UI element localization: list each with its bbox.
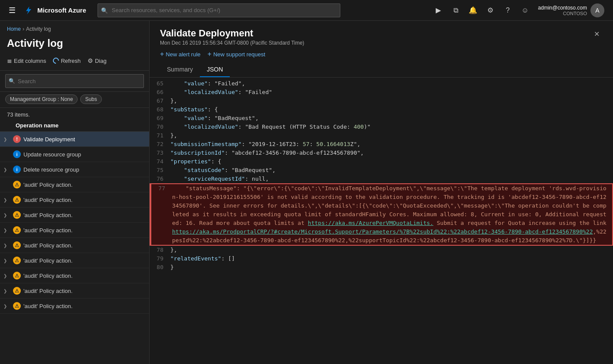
panel-title: Validate Deployment [160, 28, 304, 39]
line-code: "properties": { [170, 157, 613, 166]
sidebar-search-container: 🔍 [0, 71, 149, 92]
detail-panel: Validate Deployment Mon Dec 16 2019 15:5… [150, 21, 613, 364]
line-code: "localizedValue": "Bad Request (HTTP Sta… [170, 123, 613, 131]
user-tenant-label: CONTOSO [563, 11, 587, 16]
chevron-icon: ❯ [3, 258, 10, 263]
activity-list: ❯ ! Validate Deployment i Update resourc… [0, 132, 149, 364]
list-item[interactable]: ❯ ⚠ 'audit' Policy action. [0, 253, 149, 268]
json-viewer[interactable]: 65 "value": "Failed",66 "localizedValue"… [150, 78, 613, 364]
global-search: 🔍 [98, 3, 340, 17]
json-link[interactable]: https://aka.ms/AzurePerVMQuotaLimits. [308, 220, 434, 226]
notifications-button[interactable]: 🔔 [465, 3, 481, 18]
plus-icon: + [160, 50, 164, 58]
breadcrumb-current: Activity log [26, 26, 51, 32]
portal-feedback-button[interactable]: ⧉ [448, 3, 463, 18]
json-code-line: 74"properties": { [150, 157, 613, 166]
line-number: 72 [150, 140, 170, 149]
line-number: 70 [150, 123, 170, 131]
refresh-label: Refresh [61, 58, 81, 64]
line-code: }, [170, 131, 613, 140]
list-item[interactable]: ❯ ⚠ 'audit' Policy action. [0, 192, 149, 208]
tab-summary[interactable]: Summary [160, 62, 200, 77]
new-support-label: New support request [213, 51, 265, 58]
breadcrumb-separator: › [23, 26, 24, 32]
line-code: "value": "BadRequest", [170, 114, 613, 123]
line-code: } [170, 263, 613, 272]
line-code: }, [170, 246, 613, 254]
list-item[interactable]: ❯ ⚠ 'audit' Policy action. [0, 223, 149, 238]
sidebar-search-input[interactable] [5, 74, 144, 88]
json-link[interactable]: https://aka.ms/ProdportalCRP/?#create/Mi… [172, 228, 593, 235]
panel-header: Validate Deployment Mon Dec 16 2019 15:5… [150, 21, 613, 78]
diag-button[interactable]: ⚙ Diag [84, 55, 110, 67]
diag-icon: ⚙ [88, 57, 93, 64]
global-search-input[interactable] [98, 3, 340, 17]
chevron-icon: ❯ [3, 243, 10, 248]
line-number: 77 [151, 184, 172, 245]
new-alert-rule-button[interactable]: + New alert rule [160, 50, 201, 58]
user-account-menu[interactable]: admin@contoso.com CONTOSO A [535, 3, 608, 17]
list-item[interactable]: ❯ ⚠ 'audit' Policy action. [0, 299, 149, 314]
chevron-icon: ❯ [3, 304, 10, 309]
sidebar-toolbar: ≣ Edit columns Refresh ⚙ Diag [0, 55, 149, 71]
chevron-icon: ❯ [3, 213, 10, 218]
topnav-action-bar: ▶ ⧉ 🔔 ⚙ ? ☺ admin@contoso.com CONTOSO A [430, 3, 608, 18]
edit-columns-button[interactable]: ≣ Edit columns [3, 55, 49, 67]
chevron-icon: ❯ [3, 198, 10, 202]
panel-close-button[interactable]: ✕ [590, 28, 603, 40]
line-code: "localizedValue": "Failed" [170, 88, 613, 97]
status-icon: ⚠ [13, 241, 21, 249]
line-number: 73 [150, 149, 170, 157]
item-label: Validate Deployment [23, 136, 146, 143]
json-code-line: 75 "statusCode": "BadRequest", [150, 166, 613, 175]
cloud-shell-button[interactable]: ▶ [430, 3, 446, 18]
status-icon: ! [13, 135, 21, 143]
line-number: 75 [150, 166, 170, 175]
page-title: Activity log [0, 34, 149, 55]
json-code-line: 71}, [150, 131, 613, 140]
settings-button[interactable]: ⚙ [483, 3, 498, 18]
item-label: 'audit' Policy action. [23, 197, 146, 203]
global-search-icon: 🔍 [101, 7, 108, 13]
refresh-button[interactable]: Refresh [49, 55, 84, 67]
line-number: 78 [150, 246, 170, 254]
user-avatar: A [590, 3, 604, 17]
hamburger-menu-button[interactable]: ☰ [5, 3, 19, 17]
item-label: 'audit' Policy action. [23, 227, 146, 234]
status-icon: ⚠ [13, 211, 21, 219]
top-navigation: ☰ Microsoft Azure 🔍 ▶ ⧉ 🔔 ⚙ ? ☺ admin@co… [0, 0, 613, 21]
breadcrumb-home[interactable]: Home [7, 26, 21, 32]
panel-subtitle: Mon Dec 16 2019 15:56:34 GMT-0800 (Pacif… [160, 40, 304, 46]
item-label: 'audit' Policy action. [23, 303, 146, 309]
status-icon: i [13, 150, 21, 158]
line-number: 67 [150, 97, 170, 105]
chevron-placeholder [3, 182, 10, 187]
list-item[interactable]: ❯ ⚠ 'audit' Policy action. [0, 283, 149, 299]
list-item[interactable]: ❯ ! Validate Deployment [0, 132, 149, 147]
new-support-request-button[interactable]: + New support request [208, 50, 265, 58]
list-item[interactable]: ❯ i Delete resource group [0, 162, 149, 177]
json-code-line: 66 "localizedValue": "Failed" [150, 88, 613, 97]
management-group-filter[interactable]: Management Group : None [5, 94, 78, 104]
sidebar-filters: Management Group : None Subs [0, 92, 149, 108]
azure-logo-text: Microsoft Azure [37, 6, 86, 14]
list-item[interactable]: ❯ ⚠ 'audit' Policy action. [0, 208, 149, 223]
list-item[interactable]: ❯ ⚠ 'audit' Policy action. [0, 238, 149, 253]
feedback-button[interactable]: ☺ [517, 3, 533, 18]
tab-json[interactable]: JSON [200, 62, 230, 77]
line-number: 66 [150, 88, 170, 97]
status-icon: ⚠ [13, 302, 21, 310]
line-code: "submissionTimestamp": "2019-12-16T23: 5… [170, 140, 613, 149]
list-item[interactable]: i Update resource group [0, 147, 149, 162]
chevron-placeholder [3, 152, 10, 157]
refresh-icon [52, 56, 61, 65]
status-icon: ⚠ [13, 257, 21, 264]
subscription-filter[interactable]: Subs [80, 94, 101, 104]
sidebar: Home › Activity log Activity log ≣ Edit … [0, 21, 150, 364]
list-item[interactable]: ⚠ 'audit' Policy action. [0, 177, 149, 192]
list-item[interactable]: ❯ ⚠ 'audit' Policy action. [0, 268, 149, 283]
panel-actions: + New alert rule + New support request [160, 46, 603, 58]
content-area: Home › Activity log Activity log ≣ Edit … [0, 21, 613, 364]
line-code: "subscriptionId": "abcdef12-3456-7890-ab… [170, 149, 613, 157]
help-button[interactable]: ? [500, 3, 515, 18]
